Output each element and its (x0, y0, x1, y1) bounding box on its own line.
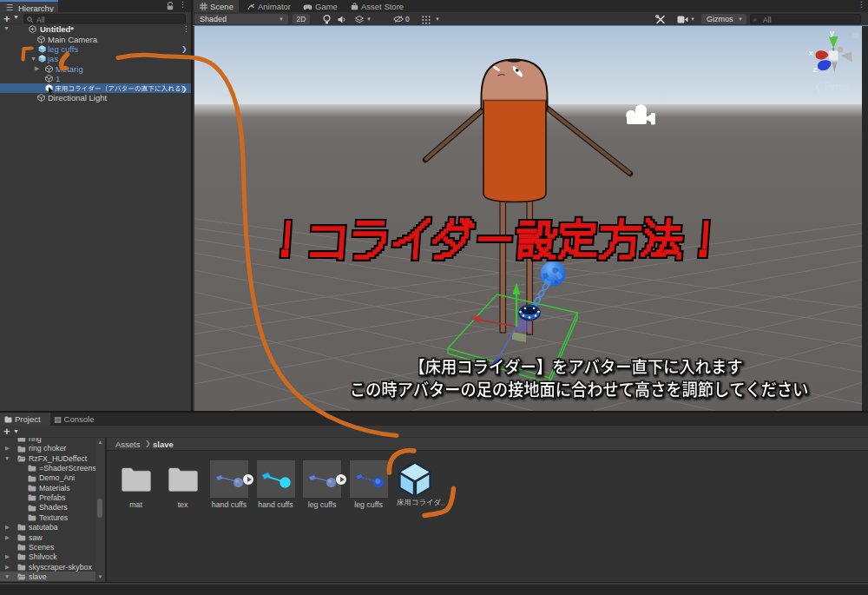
svg-text:x: x (809, 48, 814, 57)
svg-text:❮ Persp: ❮ Persp (814, 81, 848, 92)
svg-text:y: y (830, 28, 835, 37)
svg-text:z: z (813, 64, 818, 74)
